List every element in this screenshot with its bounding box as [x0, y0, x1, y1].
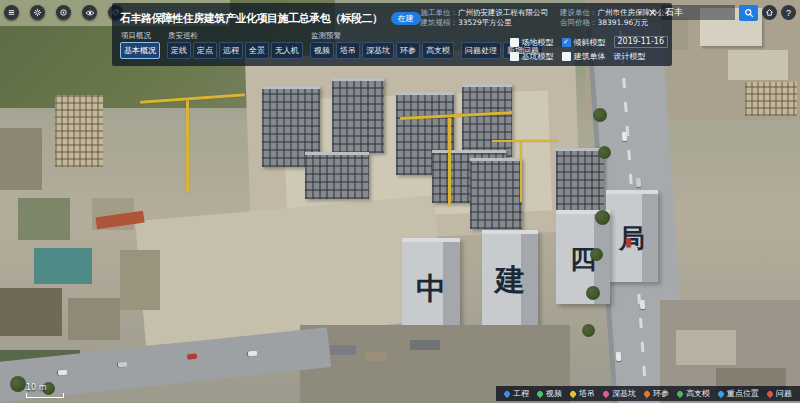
- search-button[interactable]: [739, 5, 758, 21]
- building-tower-ju: 局: [606, 190, 658, 282]
- legend-label-3: 深基坑: [612, 388, 636, 399]
- scale-value: 33529平方公里: [458, 18, 512, 27]
- concrete-tower: [305, 152, 369, 199]
- owner-label: 建设单位：: [560, 8, 598, 17]
- legend-label-2: 塔吊: [579, 388, 595, 399]
- scale-label: 10 m: [26, 383, 47, 392]
- legend-item-2[interactable]: 塔吊: [570, 388, 595, 399]
- tab-button-1-3[interactable]: 全景: [245, 42, 269, 59]
- concrete-tower: [332, 78, 384, 153]
- building-character: 建: [495, 260, 525, 301]
- scene-building: [676, 330, 736, 365]
- model-checkbox-item-0[interactable]: 场地模型: [510, 37, 554, 48]
- map-pin-icon: [536, 389, 544, 397]
- price-value: 38391.96万元: [598, 18, 649, 27]
- tab-button-1-2[interactable]: 远程: [219, 42, 243, 59]
- model-checkbox-label-0: 场地模型: [522, 37, 554, 48]
- tower-crane-jib: [492, 140, 558, 142]
- legend-item-7[interactable]: 问题: [767, 388, 792, 399]
- tab-button-2-4[interactable]: 高支模: [422, 42, 454, 59]
- checkbox-icon[interactable]: [510, 52, 519, 61]
- scale-bar: 10 m: [26, 383, 64, 398]
- model-checkbox-label-2: 基坑模型: [522, 51, 554, 62]
- status-badge: 在建: [391, 12, 421, 25]
- legend-item-5[interactable]: 高支模: [677, 388, 710, 399]
- gear-icon[interactable]: [30, 5, 45, 20]
- contractor-value: 广州协安建设工程有限公司: [458, 8, 548, 17]
- map-pin-icon: [569, 389, 577, 397]
- construction-ground: [135, 195, 445, 346]
- legend-label-4: 环参: [653, 388, 669, 399]
- tab-button-1-4[interactable]: 无人机: [271, 42, 303, 59]
- model-checkbox-item-2[interactable]: 基坑模型: [510, 51, 554, 62]
- building-tower-jian: 建: [482, 230, 538, 326]
- price-label: 合同价格：: [560, 18, 598, 27]
- search-input[interactable]: [661, 5, 735, 20]
- help-button[interactable]: ?: [781, 5, 796, 20]
- model-checkbox-label-3: 建筑单体: [574, 51, 606, 62]
- scene-tree: [595, 210, 610, 225]
- tab-button-2-2[interactable]: 深基坑: [362, 42, 394, 59]
- map-pin-icon: [503, 389, 511, 397]
- eye-icon[interactable]: [82, 5, 97, 20]
- legend-label-1: 视频: [546, 388, 562, 399]
- checkbox-checked-icon[interactable]: ✓: [562, 38, 571, 47]
- checkbox-icon[interactable]: [562, 52, 571, 61]
- target-icon[interactable]: [56, 5, 71, 20]
- tab-group-0: 项目概况基本概况: [120, 31, 160, 59]
- scene-tree: [586, 286, 600, 300]
- scene-building: [745, 82, 797, 116]
- tower-crane-mast: [186, 100, 189, 192]
- scene-car: [626, 238, 632, 247]
- page-title: 石丰路保障性住房建筑产业化项目施工总承包（标段二）: [120, 11, 383, 26]
- legend-item-3[interactable]: 深基坑: [603, 388, 636, 399]
- scene-building: [68, 298, 120, 340]
- search-bar: × ?: [648, 4, 796, 21]
- contractor-label: 施工单位：: [421, 8, 459, 17]
- map-pin-icon: [602, 389, 610, 397]
- home-icon: [765, 8, 774, 17]
- tab-button-row-1: 定线定点远程全景无人机: [167, 42, 303, 59]
- legend-label-6: 重点位置: [727, 388, 759, 399]
- info-column-left: 施工单位：广州协安建设工程有限公司 建筑规模：33529平方公里: [421, 8, 549, 28]
- tab-group-label-0: 项目概况: [121, 31, 160, 40]
- tab-button-1-0[interactable]: 定线: [167, 42, 191, 59]
- clear-icon[interactable]: ×: [648, 7, 657, 18]
- scene-building: [55, 95, 103, 167]
- legend-item-4[interactable]: 环参: [644, 388, 669, 399]
- scene-car: [248, 351, 257, 357]
- map-pin-icon: [766, 389, 774, 397]
- tab-group-1: 质安巡检定线定点远程全景无人机: [167, 31, 303, 59]
- model-checkbox-item-1[interactable]: ✓倾斜模型: [562, 37, 606, 48]
- tab-group-label-2: 监测预警: [311, 31, 454, 40]
- concrete-tower: [462, 84, 512, 157]
- tab-button-row-2: 视频塔吊深基坑环参高支模: [310, 42, 454, 59]
- design-model-label[interactable]: 设计模型: [614, 51, 669, 62]
- legend-item-0[interactable]: 工程: [504, 388, 529, 399]
- concrete-tower: [470, 158, 522, 229]
- tab-group-2: 监测预警视频塔吊深基坑环参高支模: [310, 31, 454, 59]
- scene-tree: [582, 324, 595, 337]
- scene-container: [410, 340, 440, 350]
- menu-icon[interactable]: [4, 5, 19, 20]
- checkbox-icon[interactable]: [510, 38, 519, 47]
- oblique-model-date[interactable]: 2019-11-16: [614, 36, 669, 48]
- legend-item-1[interactable]: 视频: [537, 388, 562, 399]
- scene-tree: [590, 248, 603, 261]
- map-pin-icon: [676, 389, 684, 397]
- tab-button-row-0: 基本概况: [120, 42, 160, 59]
- tab-button-3-0[interactable]: 问题处理: [461, 42, 501, 59]
- scene-container: [365, 352, 387, 361]
- scale-label: 建筑规模：: [421, 18, 459, 27]
- scene-car: [58, 370, 67, 376]
- tab-button-2-3[interactable]: 环参: [396, 42, 420, 59]
- model-checkbox-item-3[interactable]: 建筑单体: [562, 51, 606, 62]
- home-button[interactable]: [762, 5, 777, 20]
- tab-button-0-0[interactable]: 基本概况: [120, 42, 160, 59]
- tab-button-2-1[interactable]: 塔吊: [336, 42, 360, 59]
- legend-item-6[interactable]: 重点位置: [718, 388, 759, 399]
- building-tower-zhong: 中: [402, 238, 460, 336]
- model-checkbox-label-1: 倾斜模型: [574, 37, 606, 48]
- tab-button-1-1[interactable]: 定点: [193, 42, 217, 59]
- tab-button-2-0[interactable]: 视频: [310, 42, 334, 59]
